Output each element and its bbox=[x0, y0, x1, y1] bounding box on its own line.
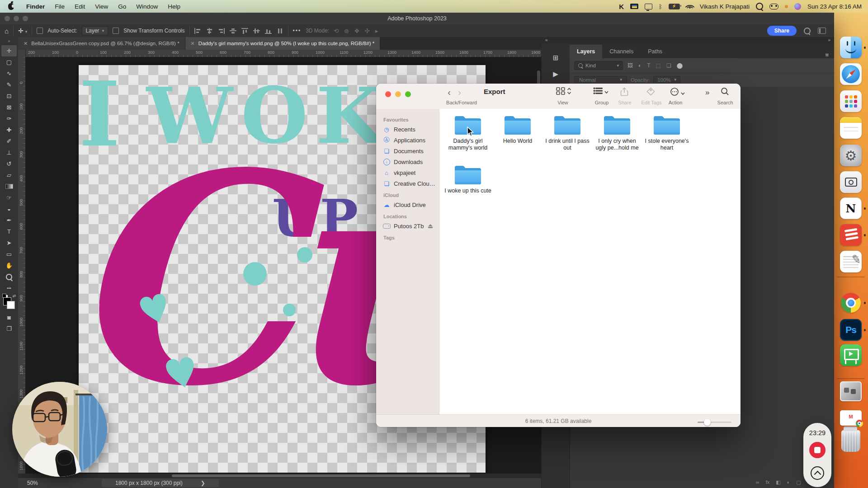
pen-tool[interactable]: ✒ bbox=[1, 215, 17, 226]
menu-item-view[interactable]: View bbox=[90, 0, 113, 13]
view-control-icon[interactable] bbox=[556, 87, 571, 95]
keyboard-app-icon[interactable]: K bbox=[619, 3, 624, 10]
dock-icon-photoshop[interactable]: Ps bbox=[840, 319, 862, 341]
align-bottom-icon[interactable] bbox=[265, 28, 272, 34]
type-tool[interactable]: T bbox=[1, 226, 17, 237]
more-tool[interactable]: ••• bbox=[1, 282, 17, 294]
home-icon[interactable]: ⌂ bbox=[5, 27, 9, 35]
align-right-icon[interactable] bbox=[218, 28, 225, 34]
color-swatches[interactable]: ⇄ bbox=[3, 297, 15, 309]
distribute-h-icon[interactable] bbox=[277, 28, 283, 34]
folder-daddy-s-girl-mammy-s-world[interactable]: Daddy's girl mammy's world bbox=[443, 114, 493, 164]
sidebar-item-recents[interactable]: ◷Recents bbox=[376, 124, 439, 135]
align-center-h-icon[interactable] bbox=[206, 28, 213, 34]
document-info[interactable]: 1800 px x 1800 px (300 ppi)❯ bbox=[102, 479, 219, 487]
collapse-panels-icon[interactable]: « bbox=[545, 38, 548, 42]
hand-tool[interactable]: ✋ bbox=[1, 260, 17, 271]
share-button[interactable]: Share bbox=[767, 26, 797, 36]
menu-item-help[interactable]: Help bbox=[163, 0, 185, 13]
smudge-tool[interactable]: ☞ bbox=[1, 192, 17, 203]
path-select-tool[interactable]: ➤ bbox=[1, 237, 17, 249]
recording-indicator-icon[interactable] bbox=[785, 5, 788, 8]
dock-icon-downloads-stack[interactable] bbox=[840, 381, 862, 403]
recorder-expand-button[interactable] bbox=[811, 466, 824, 480]
eraser-tool[interactable]: ▱ bbox=[1, 169, 17, 181]
panel-menu-icon[interactable]: ≡ bbox=[825, 52, 834, 58]
3d-mode-icons[interactable]: ⟲⊚✥✣▸ bbox=[334, 28, 378, 34]
show-transform-checkbox[interactable] bbox=[113, 28, 119, 34]
dock-icon-launchpad[interactable] bbox=[840, 90, 862, 112]
quick-selection-tool[interactable]: ✎ bbox=[1, 79, 17, 90]
finder-traffic-lights[interactable] bbox=[385, 91, 411, 97]
dock-icon-screenshot[interactable] bbox=[840, 171, 862, 193]
sidebar-item-vkpajeet[interactable]: ⌂vkpajeet bbox=[376, 167, 439, 178]
blend-mode-dropdown[interactable]: Normal▾ bbox=[574, 76, 627, 84]
frame-tool[interactable]: ⊠ bbox=[1, 102, 17, 113]
group-icon[interactable] bbox=[593, 87, 609, 94]
document-tab-1[interactable]: ✕BellaUnisexGrassGreen copy.psd @ 66.7% … bbox=[18, 37, 185, 50]
align-middle-icon[interactable] bbox=[253, 28, 260, 34]
dock-icon-trash[interactable] bbox=[840, 430, 862, 452]
dock-icon-screen-recorder[interactable] bbox=[840, 344, 862, 366]
battery-icon[interactable] bbox=[669, 4, 680, 9]
eyedropper-tool[interactable]: ✑ bbox=[1, 113, 17, 124]
gradient-tool[interactable] bbox=[1, 181, 17, 192]
menu-bar-clock[interactable]: Sun 23 Apr 8:16 AM bbox=[807, 3, 862, 10]
healing-brush-tool[interactable]: ✚ bbox=[1, 124, 17, 136]
zoom-level[interactable]: 50% bbox=[27, 480, 59, 486]
siri-icon[interactable] bbox=[794, 3, 801, 10]
tab-paths[interactable]: Paths bbox=[641, 45, 670, 58]
toolbar-collapse-icon[interactable]: » bbox=[8, 39, 10, 43]
dock-icon-finder[interactable] bbox=[840, 37, 862, 58]
back-forward-buttons[interactable]: ‹› bbox=[448, 86, 475, 98]
apple-menu-icon[interactable] bbox=[8, 3, 14, 10]
finder-content[interactable]: Daddy's girl mammy's worldHello WorldI d… bbox=[439, 109, 741, 415]
folder-i-woke-up-this-cute[interactable]: I woke up this cute bbox=[443, 164, 493, 213]
sidebar-item-downloads[interactable]: ↓Downloads bbox=[376, 156, 439, 167]
sidebar-item-documents[interactable]: ❏Documents bbox=[376, 145, 439, 156]
tab-layers[interactable]: Layers bbox=[570, 45, 602, 58]
action-icon[interactable] bbox=[670, 87, 685, 96]
lasso-tool[interactable]: ∿ bbox=[1, 68, 17, 79]
zoom-tool[interactable] bbox=[1, 271, 17, 282]
document-tab-2[interactable]: ✕Daddy's girl mammy's world.png @ 50% (I… bbox=[185, 37, 381, 50]
share-icon[interactable] bbox=[620, 87, 628, 96]
quick-mask-tool[interactable]: ◙ bbox=[1, 312, 17, 323]
folder-i-stole-everyone-s-heart[interactable]: I stole everyone's heart bbox=[642, 114, 692, 164]
search-icon[interactable] bbox=[721, 87, 729, 96]
ps-search-icon[interactable] bbox=[804, 28, 811, 34]
clone-stamp-tool[interactable]: ⊥ bbox=[1, 147, 17, 158]
opacity-value[interactable]: 100%▾ bbox=[653, 76, 680, 84]
wifi-icon[interactable] bbox=[686, 4, 693, 9]
dodge-tool[interactable]: ◒ bbox=[1, 203, 17, 215]
dock-icon-safari[interactable] bbox=[840, 63, 862, 85]
expand-panels-icon[interactable]: » bbox=[828, 38, 830, 42]
actions-panel-icon[interactable]: ▶ bbox=[550, 68, 561, 80]
control-center-icon[interactable] bbox=[769, 4, 778, 9]
sidebar-item-creative-cloud-[interactable]: ❏Creative Cloud... bbox=[376, 178, 439, 189]
menu-item-edit[interactable]: Edit bbox=[70, 0, 90, 13]
align-left-icon[interactable] bbox=[194, 28, 201, 34]
screen-mirroring-icon[interactable] bbox=[645, 4, 652, 9]
dock-icon-notion[interactable]: N bbox=[840, 197, 862, 219]
finder-toolbar[interactable]: ‹› Back/Forward Export View Group Share … bbox=[376, 84, 741, 109]
menu-item-file[interactable]: File bbox=[50, 0, 70, 13]
filter-kind-dropdown[interactable]: Kind ▾ bbox=[574, 61, 623, 70]
align-top-icon[interactable] bbox=[241, 28, 248, 34]
screen-mode-tool[interactable]: ❐ bbox=[1, 323, 17, 334]
move-tool-preset-icon[interactable]: ✛ ▾ bbox=[18, 27, 27, 34]
history-brush-tool[interactable]: ↺ bbox=[1, 158, 17, 169]
dock-icon-chrome[interactable] bbox=[840, 292, 862, 314]
brush-tool[interactable]: ✐ bbox=[1, 136, 17, 147]
edit-tags-icon[interactable] bbox=[646, 87, 655, 96]
input-source-icon[interactable] bbox=[630, 4, 638, 9]
folder-i-drink-until-i-pass-out[interactable]: I drink until I pass out bbox=[542, 114, 592, 164]
move-tool[interactable]: ✛ bbox=[1, 45, 17, 56]
shape-tool[interactable]: ▭ bbox=[1, 249, 17, 260]
auto-select-checkbox[interactable] bbox=[37, 28, 43, 34]
dock-icon-textedit[interactable] bbox=[840, 251, 862, 272]
crop-tool[interactable]: ⊡ bbox=[1, 90, 17, 102]
stop-recording-button[interactable] bbox=[809, 442, 826, 458]
photoshop-titlebar[interactable]: Adobe Photoshop 2023 bbox=[0, 13, 834, 25]
dock-icon-notes[interactable] bbox=[840, 117, 862, 139]
